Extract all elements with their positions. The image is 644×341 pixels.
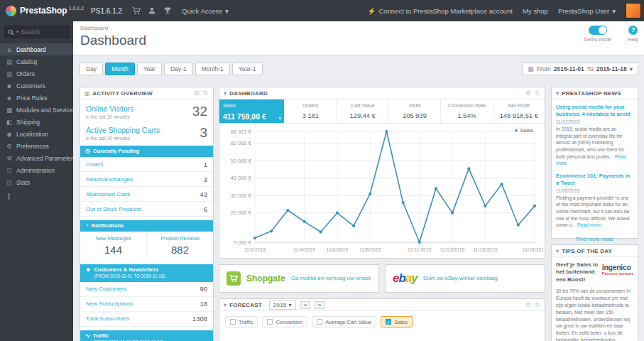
out-of-stock-row: Out of Stock Products6 [80, 202, 213, 217]
gear-icon[interactable]: ⚙ [525, 301, 531, 308]
sales-chart-area: 66 912 €60 000 €50 000 €40 000 €30 000 €… [221, 124, 543, 256]
filter-year-1-button[interactable]: Year-1 [232, 63, 263, 75]
orders-link[interactable]: Orders [86, 161, 103, 168]
sidebar-item-label: Customers [16, 82, 45, 90]
forecast-legend-conversion[interactable]: Conversion [262, 316, 307, 328]
forecast-legend-sales[interactable]: ✓Sales [381, 316, 413, 328]
ebay-logo: ebay [393, 271, 417, 286]
dashboard-panel-title: DASHBOARD [229, 90, 268, 97]
new-customers-link[interactable]: New Customers [86, 286, 126, 292]
shop-name[interactable]: PS1.6.1.2 [91, 7, 122, 15]
chevron-down-icon[interactable]: ▾ [16, 29, 19, 35]
online-visitors-label[interactable]: Online Visitors [86, 104, 134, 113]
sidebar-item-localization[interactable]: ◉Localization [0, 128, 73, 140]
customers-newsletters-header: ☻ Customers & Newsletters(FROM 2015-11-0… [80, 264, 213, 282]
filter-day-button[interactable]: Day [80, 63, 103, 75]
customers-range: (FROM 2015-11-01 TO 2015-11-18) [94, 274, 165, 278]
refresh-icon[interactable]: ↻ [535, 90, 540, 97]
orders-count: 1 [204, 161, 207, 168]
kpi-sales[interactable]: Sales411 759,00 €▾ [219, 99, 285, 123]
bell-icon: ◔ [85, 222, 89, 229]
filter-month-1-button[interactable]: Month-1 [195, 63, 230, 75]
total-subscribers-link[interactable]: Total Subscribers [86, 315, 129, 322]
abandoned-carts-link[interactable]: Abandoned Carts [86, 191, 130, 197]
sidebar-item-label: Price Rules [16, 94, 47, 102]
gear-icon[interactable]: ⚙ [194, 90, 200, 97]
svg-text:60 000 €: 60 000 € [231, 140, 252, 146]
trophy-icon[interactable] [163, 6, 172, 15]
ebay-promo-link[interactable]: Start uw eBay-winkel vandaag [423, 275, 498, 282]
sidebar-item-stats[interactable]: ◫Stats [0, 176, 73, 188]
sidebar-item-dashboard[interactable]: ⌂Dashboard [0, 43, 73, 55]
checkbox-icon [267, 319, 273, 325]
ebay-promo-card[interactable]: ebay Start uw eBay-winkel vandaag [385, 264, 545, 293]
version-label: 1.6.1.2 [69, 6, 84, 11]
active-carts-label[interactable]: Active Shopping Carts [86, 126, 160, 134]
sidebar-item-advanced-parameters[interactable]: ⚒Advanced Parameters [0, 152, 73, 164]
forecast-prev-button[interactable]: « [300, 301, 310, 309]
cart-icon[interactable] [132, 6, 141, 15]
sidebar-collapse-button[interactable]: ∥ [0, 193, 73, 200]
chevron-down-icon: ▾ [288, 302, 291, 308]
search-input[interactable] [21, 28, 65, 36]
help-icon[interactable]: ? [628, 26, 638, 35]
sidebar-item-shipping[interactable]: ◧Shipping [0, 116, 73, 128]
sales-line-chart: 66 912 €60 000 €50 000 €40 000 €30 000 €… [221, 124, 543, 256]
new-messages-cell[interactable]: New Messages144 [80, 232, 146, 261]
quick-access-menu[interactable]: Quick Access▾ [182, 7, 229, 15]
sidebar-item-administration[interactable]: ☷Administration [0, 164, 73, 176]
filter-day-1-button[interactable]: Day-1 [164, 63, 193, 75]
returns-link[interactable]: Return/Exchanges [86, 176, 133, 183]
new-subscriptions-link[interactable]: New Subscriptions [86, 301, 133, 307]
kpi-row: Sales411 759,00 €▾ Orders3 181 Cart Valu… [219, 99, 545, 124]
forecast-legend-traffic[interactable]: Traffic [225, 316, 258, 328]
checkbox-icon [230, 319, 236, 325]
sidebar-item-customers[interactable]: ☻Customers [0, 80, 73, 92]
chevron-down-icon: ▾ [630, 65, 633, 72]
news-article-headline[interactable]: Ecommerce 101: Payments in a Tweet [556, 173, 633, 187]
marketplace-connect-link[interactable]: ⚡Connect to PrestaShop Marketplace accou… [368, 7, 513, 15]
out-of-stock-link[interactable]: Out of Stock Products [86, 206, 141, 212]
product-reviews-cell[interactable]: Product Reviews882 [146, 232, 213, 261]
user-menu[interactable]: PrestaShop User▾ [558, 7, 616, 15]
kpi-conversion-rate[interactable]: Conversion Rate1.54% [441, 99, 493, 123]
folder-icon: ▤ [6, 58, 13, 65]
date-range-picker[interactable]: ▦ From2015-11-01 To2015-11-18 ▾ [522, 63, 638, 75]
sidebar: ▾ ⌂Dashboard ▤Catalog ▥Orders ☻Customers… [0, 21, 73, 341]
kpi-visits[interactable]: Visits205 939 [389, 99, 441, 123]
sidebar-item-modules[interactable]: ▩Modules and Services [0, 104, 73, 116]
refresh-icon[interactable]: ↻ [535, 301, 540, 308]
user-avatar[interactable] [626, 3, 641, 18]
filter-year-button[interactable]: Year [137, 63, 162, 75]
abandoned-carts-row: Abandoned Carts43 [80, 187, 213, 202]
sidebar-item-catalog[interactable]: ▤Catalog [0, 55, 73, 67]
read-more-link[interactable]: Read more [577, 222, 601, 227]
sidebar-item-price-rules[interactable]: ◈Price Rules [0, 92, 73, 104]
forecast-next-button[interactable]: » [315, 301, 324, 309]
online-visitors-value: 32 [192, 104, 207, 118]
user-icon[interactable] [148, 6, 156, 15]
forecast-legend: Traffic Conversion Average Cart Value ✓S… [219, 311, 545, 332]
forecast-legend-average-cart-value[interactable]: Average Cart Value [312, 316, 376, 328]
sidebar-item-preferences[interactable]: ⚙Preferences [0, 140, 73, 152]
shopgate-promo-link[interactable]: Ga mobiel en verhoog uw omzet [291, 275, 371, 282]
forecast-year-select[interactable]: 2015▾ [269, 301, 296, 310]
demo-mode-toggle[interactable] [589, 26, 607, 35]
activity-overview-panel: ◎ ACTIVITY OVERVIEW ⚙↻ Online Visitors i… [80, 87, 214, 341]
tips-panel-title: TIPS OF THE DAY [562, 248, 612, 254]
sidebar-item-orders[interactable]: ▥Orders [0, 67, 73, 80]
shopgate-promo-card[interactable]: Shopgate Ga mobiel en verhoog uw omzet [219, 264, 379, 293]
kpi-cart-value[interactable]: Cart Value129,44 € [337, 99, 388, 123]
my-shop-link[interactable]: My shop [523, 7, 548, 15]
news-article-headline[interactable]: Using social media for your business: 4 … [556, 104, 633, 118]
refresh-icon[interactable]: ↻ [203, 90, 209, 97]
kpi-net-profit[interactable]: Net Profit148 918,51 € [493, 99, 545, 123]
notifications-header: ◔ Notifications [80, 220, 213, 232]
svg-text:11/15/2015: 11/15/2015 [473, 247, 498, 252]
kpi-orders[interactable]: Orders3 181 [285, 99, 337, 123]
gear-icon[interactable]: ⚙ [525, 90, 531, 97]
filter-month-button[interactable]: Month [105, 63, 135, 75]
sidebar-search[interactable]: ▾ [4, 26, 69, 38]
chart-legend[interactable]: ●Sales [514, 127, 533, 134]
sidebar-item-label: Orders [16, 70, 35, 77]
